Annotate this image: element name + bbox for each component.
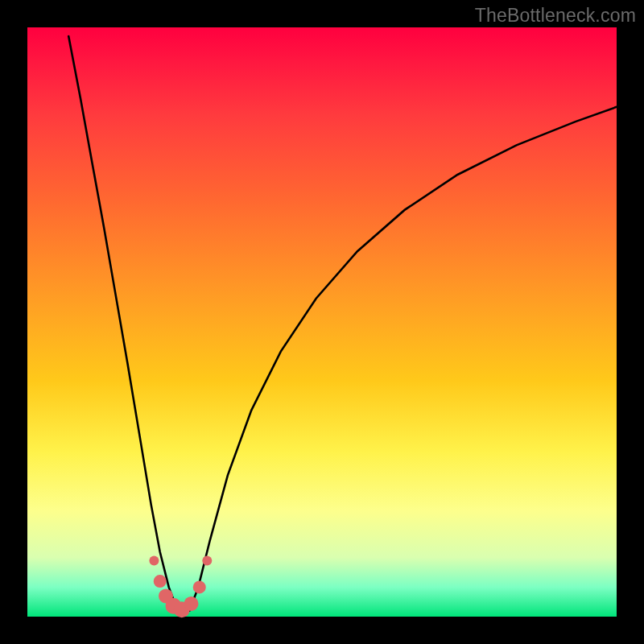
left-curve [68, 36, 178, 611]
valley-marker [154, 575, 167, 588]
valley-marker [193, 580, 206, 593]
valley-markers [149, 556, 212, 618]
chart-svg [27, 27, 617, 617]
valley-marker [202, 556, 212, 566]
watermark-text: TheBottleneck.com [475, 5, 636, 27]
plot-area [27, 27, 617, 617]
right-curve [189, 107, 617, 611]
valley-marker [184, 597, 199, 611]
valley-marker [149, 556, 159, 566]
outer-frame: TheBottleneck.com [0, 0, 644, 644]
